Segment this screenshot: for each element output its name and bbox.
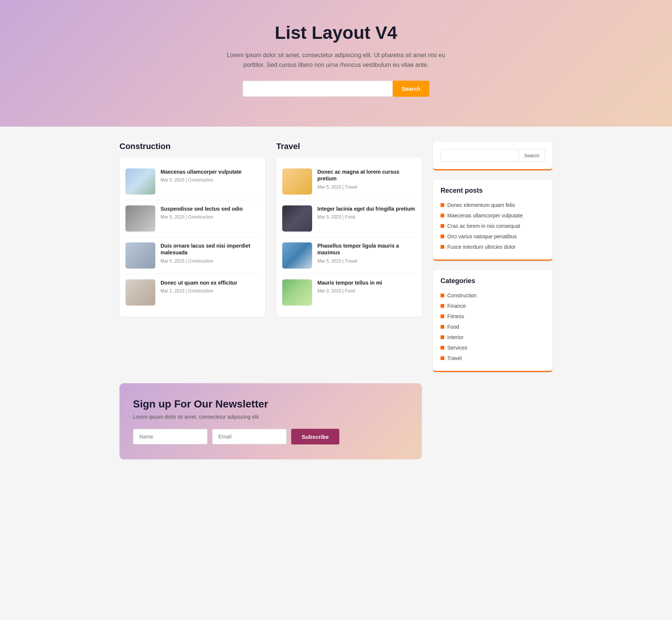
recent-post-text-4: Orci varius natoque penatibus [447,233,517,239]
category-services[interactable]: Services [441,342,545,353]
travel-post-1-title: Donec ac magna at lorem cursus pretium [317,168,416,182]
cat-label-food: Food [447,324,459,330]
construction-post-1-meta: Mar 5, 2023 | Construction [161,177,259,183]
construction-post-2-info: Suspendisse sed lectus sed odio Mar 5, 2… [161,205,259,220]
newsletter-box: Sign up For Our Newsletter Lorem ipsum d… [119,383,422,459]
recent-post-item-3[interactable]: Cras ac lorem in nisi consequat [441,221,545,231]
travel-post-2-title: Integer lacinia eget dui fringilla preti… [317,205,416,212]
recent-post-item-5[interactable]: Fusce interdum ultricies dolor [441,242,545,252]
newsletter-subscribe-button[interactable]: Subscribe [291,429,339,444]
travel-post-1[interactable]: Donec ac magna at lorem cursus pretium M… [282,163,416,200]
construction-post-1-thumb [125,168,155,195]
category-travel[interactable]: Travel [441,353,545,363]
construction-post-4-title: Donec ut quam non ex efficitur [161,279,259,286]
construction-post-4-meta: Mar 1, 2023 | Construction [161,288,259,294]
construction-post-3-title: Duis ornare lacus sed nisi imperdiet mal… [161,242,259,256]
sidebar-search-widget: Search [433,142,553,170]
newsletter-description: Lorem ipsum dolor sit amet, consectetur … [133,414,408,420]
travel-post-1-info: Donec ac magna at lorem cursus pretium M… [317,168,416,189]
cat-bullet-2 [441,304,444,308]
category-construction[interactable]: Construction [441,290,545,301]
construction-post-3[interactable]: Duis ornare lacus sed nisi imperdiet mal… [125,237,259,274]
hero-title: List Layout V4 [7,22,665,43]
categories-list: Construction Finance Fitness Food Interi… [441,290,545,363]
sidebar-recent-posts-widget: Recent posts Donec elementum quam felis … [433,179,553,261]
categories-title: Categories [441,277,545,285]
travel-post-4-info: Mauris tempor tellus in mi Mar 3, 2023 |… [317,279,416,294]
main-content: Construction Maecenas ullamcorper vulput… [112,127,560,474]
cat-label-travel: Travel [447,355,461,361]
bullet-icon-4 [441,235,444,238]
travel-post-2-info: Integer lacinia eget dui fringilla preti… [317,205,416,220]
construction-post-1[interactable]: Maecenas ullamcorper vulputate Mar 5, 20… [125,163,259,200]
cat-label-fitness: Fitness [447,313,464,319]
cat-label-construction: Construction [447,292,477,298]
travel-post-2[interactable]: Integer lacinia eget dui fringilla preti… [282,200,416,237]
construction-post-4-thumb [125,279,155,306]
recent-post-text-5: Fusce interdum ultricies dolor [447,244,516,250]
travel-post-2-thumb [282,205,312,232]
category-interior[interactable]: Interior [441,332,545,342]
newsletter-title: Sign up For Our Newsletter [133,398,408,410]
category-food[interactable]: Food [441,322,545,332]
travel-post-4[interactable]: Mauris tempor tellus in mi Mar 3, 2023 |… [282,274,416,311]
sidebar-search-button[interactable]: Search [519,149,545,162]
travel-post-3-title: Phasellus tempor ligula mauris a maximus [317,242,416,256]
newsletter-form: Subscribe [133,429,408,444]
recent-post-item-4[interactable]: Orci varius natoque penatibus [441,231,545,242]
recent-post-text-3: Cras ac lorem in nisi consequat [447,223,520,229]
construction-column: Construction Maecenas ullamcorper vulput… [119,142,265,372]
newsletter-name-input[interactable] [133,429,208,444]
travel-post-2-meta: Mar 5, 2023 | Food [317,214,416,220]
sidebar-search-input[interactable] [441,149,519,162]
travel-section-title: Travel [276,142,422,151]
construction-post-4[interactable]: Donec ut quam non ex efficitur Mar 1, 20… [125,274,259,311]
category-fitness[interactable]: Fitness [441,311,545,322]
category-finance[interactable]: Finance [441,301,545,311]
cat-bullet-5 [441,335,444,339]
recent-posts-list: Donec elementum quam felis Maecenas ulla… [441,200,545,252]
cat-bullet-4 [441,325,444,329]
bullet-icon-3 [441,224,444,228]
travel-post-1-meta: Mar 5, 2023 | Travel [317,185,416,190]
bullet-icon-5 [441,245,444,249]
hero-section: List Layout V4 Lorem ipsum dolor sit ame… [0,0,672,127]
recent-post-item-1[interactable]: Donec elementum quam felis [441,200,545,210]
hero-search-input[interactable] [243,81,393,97]
cat-bullet-1 [441,294,444,297]
construction-post-2-meta: Mar 5, 2023 | Construction [161,214,259,220]
travel-post-3-thumb [282,242,312,269]
construction-post-1-info: Maecenas ullamcorper vulputate Mar 5, 20… [161,168,259,183]
construction-post-4-info: Donec ut quam non ex efficitur Mar 1, 20… [161,279,259,294]
construction-post-3-info: Duis ornare lacus sed nisi imperdiet mal… [161,242,259,263]
recent-post-text-1: Donec elementum quam felis [447,202,515,208]
cat-label-interior: Interior [447,334,464,340]
sidebar-search-form: Search [441,149,545,162]
travel-column: Travel Donec ac magna at lorem cursus pr… [276,142,422,372]
cat-label-services: Services [447,345,467,351]
sidebar: Search Recent posts Donec elementum quam… [433,142,553,372]
bullet-icon-2 [441,214,444,217]
hero-search-button[interactable]: Search [393,81,429,97]
travel-posts-card: Donec ac magna at lorem cursus pretium M… [276,157,422,317]
travel-post-1-thumb [282,168,312,195]
newsletter-email-input[interactable] [212,429,287,444]
newsletter-section: Sign up For Our Newsletter Lorem ipsum d… [119,383,422,459]
travel-post-3-meta: Mar 5, 2023 | Travel [317,258,416,264]
hero-search-form: Search [243,81,429,97]
travel-post-4-title: Mauris tempor tellus in mi [317,279,416,286]
cat-bullet-3 [441,314,444,318]
travel-post-4-thumb [282,279,312,306]
sidebar-categories-widget: Categories Construction Finance Fitness … [433,270,553,372]
construction-post-1-title: Maecenas ullamcorper vulputate [161,168,259,175]
construction-post-2[interactable]: Suspendisse sed lectus sed odio Mar 5, 2… [125,200,259,237]
construction-post-2-title: Suspendisse sed lectus sed odio [161,205,259,212]
recent-posts-title: Recent posts [441,187,545,195]
travel-post-3[interactable]: Phasellus tempor ligula mauris a maximus… [282,237,416,274]
construction-posts-card: Maecenas ullamcorper vulputate Mar 5, 20… [119,157,265,317]
travel-post-3-info: Phasellus tempor ligula mauris a maximus… [317,242,416,263]
recent-post-item-2[interactable]: Maecenas ullamcorper vulputate [441,210,545,221]
bullet-icon-1 [441,203,444,207]
cat-bullet-7 [441,356,444,360]
construction-post-2-thumb [125,205,155,232]
